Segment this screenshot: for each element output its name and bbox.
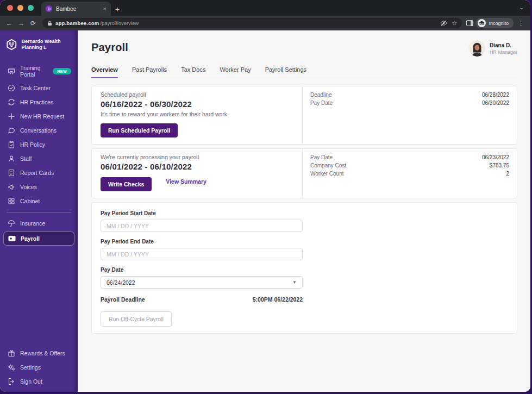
sidebar: Bernardo Wealth Planning L Training Port… [0, 30, 78, 392]
back-icon[interactable]: ← [4, 20, 14, 27]
processing-payroll-label: We're currently processing your payroll [101, 154, 293, 160]
tab-close-icon[interactable]: × [103, 5, 107, 12]
write-checks-button[interactable]: Write Checks [101, 177, 152, 191]
maximize-window-button[interactable] [28, 5, 34, 11]
sidebar-item-insurance[interactable]: Insurance [0, 216, 78, 230]
off-cycle-payroll-card: Pay Period Start Date Pay Period End Dat… [91, 202, 517, 334]
user-role: HR Manager [490, 49, 517, 55]
detail-row: Pay Date 06/30/2022 [310, 99, 509, 107]
sidebar-item-label: Training Portal [20, 65, 48, 78]
sidebar-item-hr-policy[interactable]: HR Policy [0, 137, 78, 152]
browser-chrome: Bambee × + ⌄ ← → ⟳ app.bambee.com/payrol… [0, 0, 530, 30]
avatar [469, 40, 485, 57]
detail-row: Worker Count 2 [310, 170, 509, 178]
sidebar-divider [7, 212, 71, 212]
run-off-cycle-payroll-button[interactable]: Run Off-Cycle Payroll [101, 311, 172, 327]
tab-worker-pay[interactable]: Worker Pay [220, 66, 251, 78]
payroll-tabs: Overview Past Payrolls Tax Docs Worker P… [91, 66, 517, 78]
tab-strip: Bambee × + ⌄ [0, 0, 530, 16]
bambee-favicon-icon [46, 5, 52, 12]
scheduled-payroll-description: It's time to reward your workers for the… [101, 111, 293, 117]
lock-icon [47, 21, 52, 26]
sidebar-item-staff[interactable]: Staff [0, 152, 78, 166]
sidebar-item-label: Report Cards [20, 170, 54, 176]
sidebar-item-report-cards[interactable]: Report Cards [0, 166, 78, 180]
pay-period-start-input[interactable] [101, 220, 303, 232]
browser-tab[interactable]: Bambee × [41, 2, 111, 16]
detail-value: 06/30/2022 [482, 99, 509, 107]
training-portal-icon [8, 67, 15, 75]
sidebar-item-sign-out[interactable]: Sign Out [0, 374, 78, 389]
new-badge: NEW [53, 68, 71, 74]
browser-toolbar: ← → ⟳ app.bambee.com/payroll/overview ☆ … [0, 16, 530, 30]
pay-date-value: 06/24/2022 [107, 279, 135, 286]
sidebar-item-label: Sign Out [20, 378, 42, 385]
sidebar-item-label: Task Center [20, 85, 51, 91]
sidebar-item-label: Cabinet [20, 198, 40, 204]
tab-search-chevron-icon[interactable]: ⌄ [520, 4, 524, 10]
sidebar-item-cabinet[interactable]: Cabinet [0, 194, 78, 208]
incognito-label: Incognito [489, 21, 509, 26]
sidebar-item-label: Rewards & Offers [20, 350, 65, 357]
run-scheduled-payroll-button[interactable]: Run Scheduled Payroll [101, 123, 178, 137]
pay-period-end-input[interactable] [101, 248, 303, 260]
new-tab-button[interactable]: + [115, 5, 120, 14]
browser-window: Bambee × + ⌄ ← → ⟳ app.bambee.com/payrol… [0, 0, 530, 392]
umbrella-icon [8, 220, 15, 227]
sidebar-item-voices[interactable]: Voices [0, 180, 78, 194]
grid-icon [8, 197, 15, 205]
sidebar-item-label: HR Policy [20, 141, 45, 148]
user-menu[interactable]: Diana D. HR Manager [469, 40, 517, 57]
sidebar-item-label: HR Practices [20, 99, 53, 105]
gift-icon [8, 349, 15, 357]
sidebar-item-new-hr-request[interactable]: New HR Request [0, 109, 78, 123]
processing-payroll-period: 06/01/2022 - 06/10/2022 [101, 162, 293, 171]
address-bar[interactable]: app.bambee.com/payroll/overview ☆ [42, 18, 462, 28]
sidebar-item-hr-practices[interactable]: HR Practices [0, 95, 78, 109]
report-card-icon [8, 169, 15, 177]
minimize-window-button[interactable] [17, 5, 23, 11]
tab-tax-docs[interactable]: Tax Docs [181, 66, 205, 78]
view-summary-link[interactable]: View Summary [166, 178, 206, 185]
sidebar-item-label: Staff [20, 155, 32, 162]
forward-icon[interactable]: → [16, 20, 26, 27]
tab-title: Bambee [56, 6, 99, 12]
browser-menu-icon[interactable]: ⋮ [516, 20, 526, 27]
scheduled-payroll-label: Scheduled payroll [101, 91, 293, 98]
sidebar-item-training-portal[interactable]: Training Portal NEW [0, 61, 78, 81]
detail-label: Worker Count [310, 170, 344, 178]
bookmark-star-icon[interactable]: ☆ [452, 20, 458, 27]
sidebar-item-label: Insurance [20, 220, 45, 227]
tab-payroll-settings[interactable]: Payroll Settings [265, 66, 306, 78]
company-brand[interactable]: Bernardo Wealth Planning L [0, 30, 78, 58]
tab-past-payrolls[interactable]: Past Payrolls [132, 66, 167, 78]
detail-row: Deadline 06/28/2022 [310, 91, 509, 99]
close-window-button[interactable] [7, 5, 13, 11]
incognito-badge: Incognito [475, 18, 514, 28]
processing-payroll-card: We're currently processing your payroll … [91, 148, 517, 198]
sidebar-item-conversations[interactable]: Conversations [0, 123, 78, 137]
sidebar-item-task-center[interactable]: Task Center [0, 81, 78, 95]
window-controls [0, 0, 39, 16]
sidebar-item-settings[interactable]: Settings [0, 360, 78, 374]
detail-label: Deadline [310, 91, 331, 99]
password-eye-off-icon[interactable] [440, 20, 447, 26]
url-host: app.bambee.com [55, 20, 99, 26]
detail-label: Pay Date [310, 153, 333, 161]
tab-overview[interactable]: Overview [91, 66, 118, 78]
detail-value: 06/23/2022 [482, 153, 509, 161]
side-panel-icon[interactable] [466, 20, 473, 26]
megaphone-icon [8, 183, 15, 191]
pay-date-select[interactable]: 06/24/2022 ▼ [101, 276, 303, 289]
sidebar-item-rewards-offers[interactable]: Rewards & Offers [0, 346, 78, 360]
reload-icon[interactable]: ⟳ [28, 20, 38, 27]
sidebar-item-label: Voices [20, 184, 37, 190]
sign-out-icon [8, 378, 15, 385]
scheduled-payroll-card: Scheduled payroll 06/16/2022 - 06/30/202… [91, 86, 517, 145]
processing-payroll-details: Pay Date 06/23/2022 Company Cost $783.75… [302, 149, 517, 198]
pay-date-label: Pay Date [101, 267, 303, 273]
company-name: Bernardo Wealth Planning L [22, 39, 73, 51]
sidebar-item-payroll[interactable]: Payroll [3, 232, 74, 246]
sidebar-item-label: New HR Request [20, 113, 64, 120]
detail-value: 06/28/2022 [482, 91, 509, 99]
